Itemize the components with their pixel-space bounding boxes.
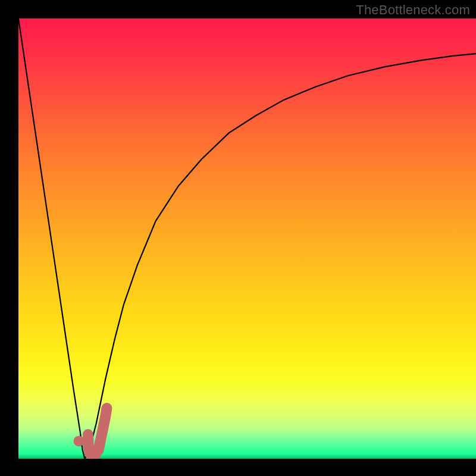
chart-frame: TheBottleneck.com bbox=[0, 0, 476, 476]
marker-dot bbox=[74, 436, 84, 446]
chart-svg bbox=[18, 18, 476, 459]
plot-area bbox=[18, 18, 476, 459]
bottleneck-curve bbox=[18, 18, 476, 459]
attribution-text: TheBottleneck.com bbox=[356, 2, 470, 18]
